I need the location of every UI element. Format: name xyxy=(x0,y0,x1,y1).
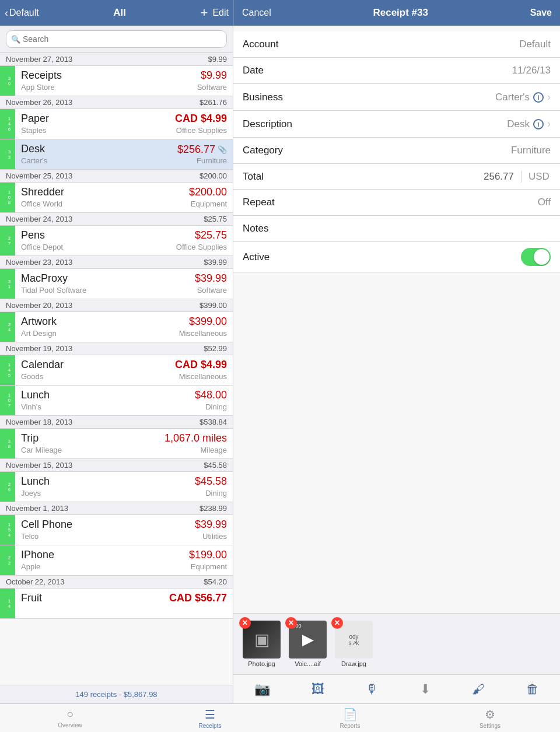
date-row-form[interactable]: Date 11/26/13 xyxy=(233,58,560,84)
category-row[interactable]: Category Furniture xyxy=(233,138,560,164)
left-nav-all: All xyxy=(44,7,196,19)
receipt-cat: Miscellaneous xyxy=(179,329,227,339)
image-button[interactable]: 🖼 xyxy=(312,682,324,697)
receipt-name: Paper xyxy=(21,113,175,126)
receipt-name: Lunch xyxy=(21,389,195,402)
receipt-name: Fruit xyxy=(21,592,169,610)
receipt-content: Desk $256.77 📎 Carter's Furniture xyxy=(15,139,233,169)
list-item[interactable]: 145 Calendar CAD $4.99 Goods Miscellaneo… xyxy=(0,355,233,386)
receipt-sub: Carter's xyxy=(21,156,177,166)
tab-receipts[interactable]: ☰ Receipts xyxy=(140,704,280,732)
active-row: Active xyxy=(233,242,560,272)
search-icon: 🔍 xyxy=(11,35,20,44)
settings-label: Settings xyxy=(480,723,501,729)
list-item[interactable]: 107 Lunch $48.00 Vinh's Dining xyxy=(0,386,233,416)
bottom-tabs: ○ Overview ☰ Receipts 📄 Reports ⚙ Settin… xyxy=(0,703,560,732)
receipt-amount: CAD $4.99 xyxy=(175,113,227,126)
camera-button[interactable]: 📷 xyxy=(254,682,270,697)
receipt-name: IPhone xyxy=(21,549,189,562)
info-icon[interactable]: i xyxy=(533,119,544,129)
row-badge: 146 xyxy=(4,109,15,139)
row-badge: 27 xyxy=(4,226,15,255)
delete-draw-button[interactable]: × xyxy=(331,617,343,629)
receipt-cat: Dining xyxy=(195,402,227,412)
description-row[interactable]: Description Desk i › xyxy=(233,111,560,138)
account-label: Account xyxy=(243,38,313,50)
account-row: Account Default xyxy=(233,31,560,58)
receipt-content: IPhone $199.00 Apple Equipment xyxy=(15,545,233,575)
cancel-button[interactable]: Cancel xyxy=(242,8,271,18)
reports-label: Reports xyxy=(340,723,360,729)
list-item[interactable]: 154 Cell Phone $39.99 Telco Utilities xyxy=(0,515,233,545)
form-area: Account Default Date 11/26/13 Business C… xyxy=(233,26,560,613)
edit-button[interactable]: Edit xyxy=(212,8,229,18)
description-value-wrap: Desk i › xyxy=(313,118,551,130)
total-label: Total xyxy=(243,171,313,183)
receipt-sub: Telco xyxy=(21,532,195,542)
mic-button[interactable]: 🎙 xyxy=(366,682,379,697)
receipt-name: Desk xyxy=(21,143,177,156)
list-item[interactable]: 31 MacProxy $39.99 Tidal Pool Software S… xyxy=(0,269,233,299)
date-row: November 18, 2013$538.84 xyxy=(0,416,233,429)
date-row: November 15, 2013$45.58 xyxy=(0,459,233,472)
search-wrap: 🔍 xyxy=(6,30,227,48)
total-row[interactable]: Total 256.77 USD xyxy=(233,164,560,190)
tab-settings[interactable]: ⚙ Settings xyxy=(420,704,560,732)
receipt-name: Cell Phone xyxy=(21,519,195,532)
receipt-amount: $45.58 xyxy=(195,475,227,489)
info-icon[interactable]: i xyxy=(533,92,544,103)
receipt-sub: Staples xyxy=(21,126,175,136)
receipt-content: Lunch $48.00 Vinh's Dining xyxy=(15,386,233,415)
row-badge: 14 xyxy=(4,589,15,618)
receipt-amount: $39.99 xyxy=(195,519,227,532)
list-item[interactable]: 14 Fruit CAD $56.77 xyxy=(0,589,233,619)
list-item[interactable]: 108 Shredder $200.00 Office World Equipm… xyxy=(0,183,233,213)
add-button[interactable]: + xyxy=(201,5,208,20)
list-item[interactable]: 33 Desk $256.77 📎 Carter's Furniture xyxy=(0,139,233,170)
active-label: Active xyxy=(243,251,270,263)
list-item[interactable]: 22 IPhone $199.00 Apple Equipment xyxy=(0,545,233,576)
save-button[interactable]: Save xyxy=(530,8,552,18)
attachment-draw: odys↗k Draw.jpg × xyxy=(335,621,373,667)
notes-label: Notes xyxy=(243,223,268,234)
tab-reports[interactable]: 📄 Reports xyxy=(280,704,420,732)
brush-button[interactable]: 🖌 xyxy=(472,682,485,697)
trash-button[interactable]: 🗑 xyxy=(526,682,539,697)
receipt-list: November 27, 2013$9.99 30 Receipts $9.99… xyxy=(0,53,233,685)
business-label: Business xyxy=(243,92,313,103)
delete-voice-button[interactable]: × xyxy=(285,617,297,629)
list-item[interactable]: 26 Lunch $45.58 Joeys Dining xyxy=(0,472,233,502)
receipts-label: Receipts xyxy=(199,723,222,729)
download-button[interactable]: ⬇ xyxy=(420,682,430,697)
business-value-wrap: Carter's i › xyxy=(313,91,551,103)
list-item[interactable]: 146 Paper CAD $4.99 Staples Office Suppl… xyxy=(0,109,233,139)
notes-row[interactable]: Notes xyxy=(233,216,560,242)
row-badge: 107 xyxy=(4,386,15,415)
business-row[interactable]: Business Carter's i › xyxy=(233,84,560,111)
back-button[interactable]: ‹ Default xyxy=(5,7,39,19)
toggle-thumb xyxy=(534,249,550,265)
receipt-sub: Tidal Pool Software xyxy=(21,286,195,296)
play-icon[interactable]: ▶ xyxy=(302,631,314,649)
receipt-content: Fruit CAD $56.77 xyxy=(15,589,233,618)
date-label: Date xyxy=(243,65,313,76)
total-currency: USD xyxy=(522,171,551,183)
right-nav: Cancel Receipt #33 Save xyxy=(233,0,560,26)
repeat-label: Repeat xyxy=(243,197,313,208)
tab-overview[interactable]: ○ Overview xyxy=(0,704,140,732)
list-item[interactable]: 27 Pens $25.75 Office Depot Office Suppl… xyxy=(0,226,233,256)
receipt-cat: Equipment xyxy=(189,199,227,209)
receipt-sub: Office Depot xyxy=(21,243,176,253)
search-input[interactable] xyxy=(6,30,227,48)
active-toggle[interactable] xyxy=(521,248,551,266)
repeat-row[interactable]: Repeat Off xyxy=(233,190,560,216)
list-item[interactable]: 30 Receipts $9.99 App Store Software xyxy=(0,66,233,96)
list-item[interactable]: 24 Artwork $399.00 Art Design Miscellane… xyxy=(0,312,233,342)
receipt-name: Trip xyxy=(21,432,164,446)
description-label: Description xyxy=(243,118,313,130)
receipt-amount: $9.99 xyxy=(197,69,227,83)
category-value: Furniture xyxy=(313,145,551,156)
list-item[interactable]: 28 Trip 1,067.0 miles Car Mileage Mileag… xyxy=(0,429,233,459)
delete-photo-button[interactable]: × xyxy=(239,617,251,629)
receipt-content: Lunch $45.58 Joeys Dining xyxy=(15,472,233,502)
